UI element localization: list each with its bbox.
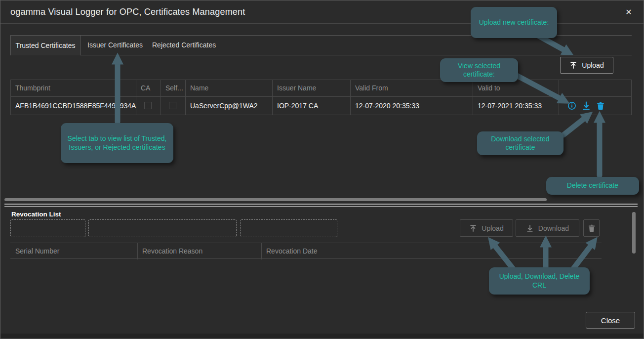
tab-strip-bottom-border xyxy=(80,55,632,55)
tab-trusted-certificates[interactable]: Trusted Certificates xyxy=(10,35,80,55)
delete-icon[interactable] xyxy=(596,101,605,110)
tooltip-view-selected-certificate: View selected certificate: xyxy=(440,58,518,82)
revocation-field-3[interactable] xyxy=(240,219,337,237)
col-header-name[interactable]: Name xyxy=(185,80,272,96)
col-header-valid-from[interactable]: Valid From xyxy=(350,80,473,96)
col-header-revocation-date[interactable]: Revocation Date xyxy=(261,243,602,259)
row-cell-valid-to[interactable]: 12-07-2021 20:35:33 xyxy=(473,96,559,115)
revocation-field-2[interactable] xyxy=(88,219,237,237)
tab-rejected-certificates[interactable]: Rejected Certificates xyxy=(152,35,216,55)
delete-icon xyxy=(588,224,596,232)
crl-upload-button[interactable]: Upload xyxy=(460,219,513,237)
upload-certificate-button[interactable]: Upload xyxy=(560,57,613,74)
crl-delete-button[interactable] xyxy=(583,219,600,237)
window-bottom-edge xyxy=(0,334,644,339)
row-cell-issuer-name[interactable]: IOP-2017 CA xyxy=(272,96,350,115)
arrow-to-upload-button xyxy=(539,36,567,52)
vertical-scrollbar[interactable] xyxy=(632,212,636,254)
col-header-ca[interactable]: CA xyxy=(136,80,161,96)
col-header-self-signed[interactable]: Self... xyxy=(161,80,185,96)
col-header-thumbprint[interactable]: Thumbprint xyxy=(10,80,136,96)
upload-icon xyxy=(469,224,477,232)
tooltip-upload-new-certificate: Upload new certificate: xyxy=(471,7,557,38)
tooltip-delete-certificate: Delete certificate xyxy=(546,177,639,195)
crl-download-label: Download xyxy=(538,224,569,232)
close-button[interactable]: Close xyxy=(586,312,635,329)
close-icon[interactable]: ✕ xyxy=(623,7,634,18)
row-actions xyxy=(559,96,632,115)
window-title: ogamma Visual Logger for OPC, Certificat… xyxy=(10,0,245,24)
self-signed-checkbox[interactable] xyxy=(169,102,176,109)
download-icon xyxy=(526,224,534,232)
col-header-revocation-reason[interactable]: Revocation Reason xyxy=(137,243,261,259)
col-header-valid-to[interactable]: Valid to xyxy=(473,80,559,96)
revocation-table: Serial Number Revocation Reason Revocati… xyxy=(10,243,602,259)
certificates-table: Thumbprint CA Self... Name Issuer Name V… xyxy=(10,80,632,115)
row-cell-valid-from[interactable]: 12-07-2020 20:35:33 xyxy=(350,96,473,115)
arrow-to-download-icon xyxy=(564,116,587,135)
upload-button-label: Upload xyxy=(582,61,604,69)
ca-checkbox[interactable] xyxy=(144,102,152,109)
certificates-management-dialog: ogamma Visual Logger for OPC, Certificat… xyxy=(0,0,644,339)
revocation-field-1[interactable] xyxy=(10,219,85,237)
col-header-serial-number[interactable]: Serial Number xyxy=(10,243,137,259)
row-cell-thumbprint[interactable]: AFB1B4691CCBD1588E85F449F934A... xyxy=(10,96,136,115)
download-icon[interactable] xyxy=(582,101,591,110)
crl-download-button[interactable]: Download xyxy=(516,219,579,237)
revocation-list-title: Revocation List xyxy=(11,211,61,218)
row-cell-name[interactable]: UaServerCpp@1WA2 xyxy=(185,96,272,115)
tooltip-select-tab: Select tab to view list of Trusted, Issu… xyxy=(61,123,173,163)
info-icon[interactable] xyxy=(567,101,576,110)
horizontal-scrollbar[interactable] xyxy=(4,198,547,201)
crl-upload-label: Upload xyxy=(482,224,503,232)
upload-icon xyxy=(569,61,577,69)
splitter-handle[interactable] xyxy=(4,204,638,207)
tab-issuer-certificates[interactable]: Issuer Certificates xyxy=(87,35,143,55)
tooltip-download-selected-certificate: Download selected certificate xyxy=(477,131,564,155)
tooltip-crl-actions: Upload, Download, Delete CRL xyxy=(489,267,590,295)
col-header-issuer-name[interactable]: Issuer Name xyxy=(272,80,350,96)
